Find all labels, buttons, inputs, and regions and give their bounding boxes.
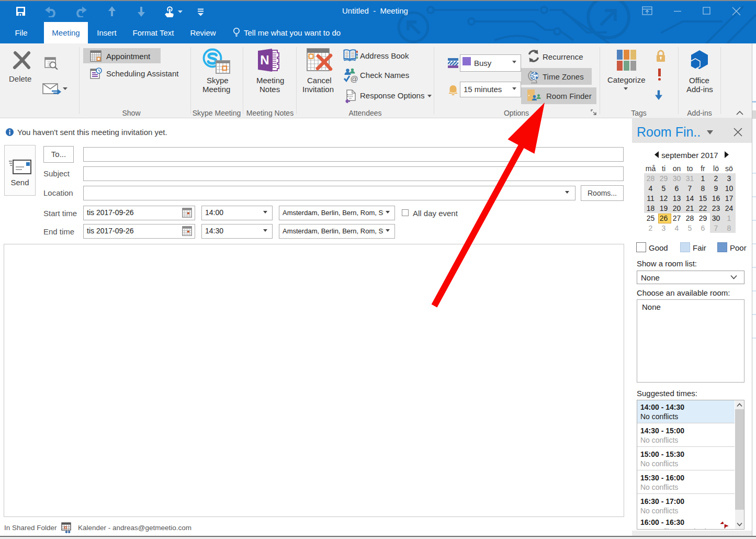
svg-text:N: N (260, 53, 269, 67)
svg-text:@: @ (351, 74, 358, 83)
